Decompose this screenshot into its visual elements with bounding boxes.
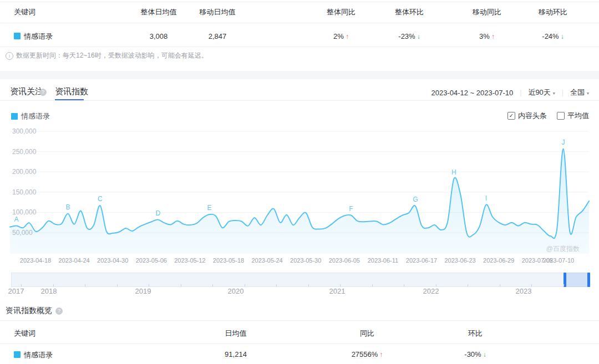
divider xyxy=(0,344,599,344)
timeline-year-label: 2023 xyxy=(516,287,532,295)
timeline-tick xyxy=(276,284,277,286)
summary-col-keyword: 关键词 xyxy=(14,7,35,17)
tab-news-index[interactable]: 资讯指数 xyxy=(55,86,88,97)
svg-text:D: D xyxy=(155,209,160,217)
divider xyxy=(0,23,599,23)
timeline-tick xyxy=(149,284,149,286)
divider xyxy=(0,47,599,47)
timeline-tick xyxy=(404,284,404,286)
timeline-year-label: 2017 xyxy=(8,287,24,295)
overview-col-yoy: 同比 xyxy=(328,329,406,339)
period-dropdown[interactable]: 近90天▾ xyxy=(528,88,555,98)
svg-text:2023-04-24: 2023-04-24 xyxy=(58,257,89,264)
svg-text:2023-05-30: 2023-05-30 xyxy=(290,257,321,264)
divider xyxy=(0,2,599,2)
summary-col-overall-mom: 整体环比 xyxy=(370,7,448,17)
update-note: i 数据更新时间：每天12~16时，受数据波动影响，可能会有延迟。 xyxy=(6,51,208,60)
active-tab-underline xyxy=(55,99,84,100)
timeline-tick xyxy=(436,284,436,286)
overview-yoy-value: 27556%↑ xyxy=(328,350,406,358)
svg-text:2023-05-06: 2023-05-06 xyxy=(136,257,167,264)
svg-text:2023-04-18: 2023-04-18 xyxy=(20,257,51,264)
svg-text:150,000: 150,000 xyxy=(12,188,37,196)
watermark: @百度指数 xyxy=(546,245,580,253)
chart-options: ✓ 内容头条 平均值 xyxy=(507,111,589,121)
timeline-selection[interactable] xyxy=(564,273,590,287)
tab-news-attention[interactable]: 资讯关注 xyxy=(10,86,43,97)
divider: | xyxy=(520,89,521,96)
timeline-slider-track[interactable] xyxy=(11,273,589,287)
svg-text:2023-05-18: 2023-05-18 xyxy=(213,257,244,264)
mobile-daily-value: 2,847 xyxy=(179,32,256,40)
svg-text:H: H xyxy=(451,168,456,176)
timeline-tick xyxy=(53,284,54,286)
divider: | xyxy=(562,89,564,96)
trend-arrow-icon: ↑ xyxy=(346,33,349,40)
legend-color-square xyxy=(11,113,18,120)
summary-col-mobile-daily: 移动日均值 xyxy=(179,7,256,17)
keyword-color-square xyxy=(14,351,21,358)
chevron-down-icon: ▾ xyxy=(587,91,589,96)
timeline-tick xyxy=(85,284,85,286)
overview-title: 资讯指数概览 ? xyxy=(6,306,63,316)
baidu-index-page: 关键词 整体日均值 移动日均值 整体同比 整体环比 移动同比 移动环比 情感语录… xyxy=(0,0,599,364)
timeline-tick xyxy=(500,284,500,286)
svg-text:2023-05-24: 2023-05-24 xyxy=(251,257,282,264)
timeline-tick xyxy=(21,284,22,286)
svg-text:2023-06-11: 2023-06-11 xyxy=(368,257,398,264)
overall-mom-value: -23%↓ xyxy=(370,32,448,40)
overview-col-keyword: 关键词 xyxy=(14,329,35,339)
help-icon[interactable]: ? xyxy=(55,307,63,315)
svg-text:E: E xyxy=(207,204,212,212)
timeline-tick xyxy=(468,284,468,286)
svg-text:2023-06-05: 2023-06-05 xyxy=(329,257,360,264)
checkbox-checked-icon: ✓ xyxy=(507,112,515,120)
timeline-tick xyxy=(308,284,309,286)
trend-arrow-icon: ↑ xyxy=(491,33,495,40)
section-separator xyxy=(0,71,599,79)
svg-text:300,000: 300,000 xyxy=(12,127,37,135)
checkbox-content-headline[interactable]: ✓ 内容头条 xyxy=(507,111,547,121)
date-range[interactable]: 2023-04-12 ~ 2023-07-10 xyxy=(431,89,513,97)
tabs-divider xyxy=(0,100,599,101)
overall-yoy-value: 2%↑ xyxy=(302,32,380,40)
svg-text:250,000: 250,000 xyxy=(12,148,37,156)
trend-line-chart[interactable]: 50,000100,000150,000200,000250,000300,00… xyxy=(0,121,599,267)
timeline-tick xyxy=(245,284,245,286)
svg-text:F: F xyxy=(349,205,353,213)
svg-text:2023-06-29: 2023-06-29 xyxy=(483,257,514,264)
keyword-label: 情感语录 xyxy=(24,351,53,359)
timeline-tick xyxy=(340,284,341,286)
timeline-tick xyxy=(564,284,564,286)
summary-keyword-cell[interactable]: 情感语录 xyxy=(14,32,53,42)
keyword-label: 情感语录 xyxy=(24,32,53,40)
divider xyxy=(0,320,599,321)
chart-controls: 2023-04-12 ~ 2023-07-10 | 近90天▾ | 全国▾ xyxy=(431,88,589,98)
region-dropdown[interactable]: 全国▾ xyxy=(570,88,589,98)
svg-text:B: B xyxy=(65,203,70,211)
keyword-color-square xyxy=(14,33,21,39)
timeline-tick xyxy=(181,284,181,286)
chart-legend: 情感语录 xyxy=(11,111,50,121)
trend-arrow-icon: ↓ xyxy=(561,33,564,40)
timeline-year-labels: 2017201820192020202120222023 xyxy=(11,287,589,296)
timeline-year-label: 2019 xyxy=(135,287,151,295)
overview-mom-value: -30%↓ xyxy=(436,350,514,358)
mobile-mom-value: -24%↓ xyxy=(514,32,592,40)
svg-text:C: C xyxy=(98,195,103,203)
checkbox-average[interactable]: 平均值 xyxy=(557,111,589,121)
checkbox-unchecked-icon xyxy=(557,112,565,120)
overview-col-daily: 日均值 xyxy=(197,329,275,339)
trend-arrow-icon: ↓ xyxy=(483,351,486,358)
timeline-right-handle[interactable] xyxy=(587,273,590,287)
svg-text:2023-04-30: 2023-04-30 xyxy=(97,257,128,264)
svg-text:200,000: 200,000 xyxy=(12,168,37,176)
chevron-down-icon: ▾ xyxy=(553,91,555,96)
timeline-year-label: 2021 xyxy=(329,287,346,295)
timeline-year-label: 2020 xyxy=(228,287,244,295)
trend-arrow-icon: ↑ xyxy=(379,351,383,358)
overview-keyword-cell[interactable]: 情感语录 xyxy=(14,350,53,360)
svg-text:I: I xyxy=(485,194,487,202)
summary-col-mobile-mom: 移动环比 xyxy=(514,7,592,17)
help-icon[interactable]: ? xyxy=(39,89,47,96)
